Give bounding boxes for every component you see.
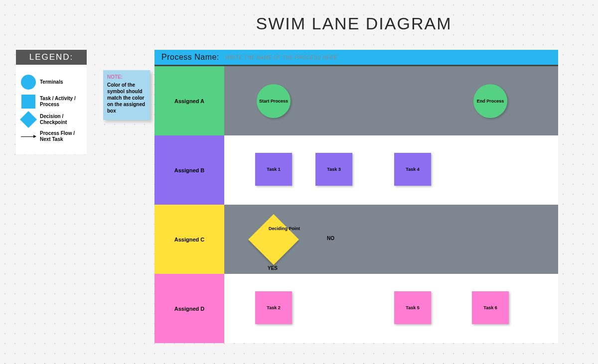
legend-item-flow: Process Flow / Next Task [20,130,83,142]
process-name-placeholder[interactable]: WRITE THE NAME OF THE PROCESS HERE [225,55,337,60]
node-label: Task 4 [406,167,419,172]
node-task6[interactable]: Task 6 [472,291,509,324]
node-label: End Process [477,99,504,104]
node-start[interactable]: Start Process [257,84,291,118]
process-name-label: Process Name: [154,53,225,62]
legend-panel: LEGEND: Terminals Task / Activity / Proc… [16,50,87,154]
note-sticky: NOTE: Color of the symbol should match t… [103,70,150,120]
legend-label: Decision / Checkpoint [37,114,83,125]
legend-header: LEGEND: [16,50,87,65]
node-task3[interactable]: Task 3 [315,153,352,186]
lane-c: Assigned C Deciding Point NO YES [154,205,558,274]
node-label: Start Process [259,99,288,104]
lane-a: Assigned A Start Process End Process [154,66,558,135]
task-icon [21,95,35,109]
node-label: Task 1 [267,167,280,172]
decision-icon [20,111,37,128]
node-end[interactable]: End Process [473,84,507,118]
legend-label: Terminals [37,79,83,85]
process-header: Process Name: WRITE THE NAME OF THE PROC… [154,50,558,65]
legend-item-terminal: Terminals [20,75,83,90]
node-task4[interactable]: Task 4 [394,153,431,186]
node-label: Task 6 [483,305,497,310]
legend-label: Process Flow / Next Task [37,130,83,142]
note-body: Color of the symbol should match the col… [107,82,146,114]
note-head: NOTE: [107,74,146,80]
label-yes: YES [268,265,278,271]
terminal-icon [21,75,36,90]
lane-b: Assigned B Task 1 Task 3 Task 4 [154,135,558,205]
lane-d: Assigned D Task 2 Task 5 Task 6 [154,274,558,343]
legend-body: Terminals Task / Activity / Process Deci… [16,65,87,154]
lane-a-header: Assigned A [154,66,224,135]
node-label: Task 3 [327,167,340,172]
node-task5[interactable]: Task 5 [394,291,431,324]
legend-item-task: Task / Activity / Process [20,95,83,109]
arrow-icon [21,136,36,137]
lane-b-header: Assigned B [154,135,224,205]
node-decision[interactable]: Deciding Point [248,214,299,265]
node-label: Task 5 [406,305,419,310]
label-no: NO [327,236,334,241]
legend-item-decision: Decision / Checkpoint [20,114,83,125]
node-task1[interactable]: Task 1 [255,153,292,186]
legend-label: Task / Activity / Process [37,96,83,108]
node-label: Task 2 [267,305,280,310]
lane-d-header: Assigned D [154,274,224,343]
swimlane-container: Process Name: WRITE THE NAME OF THE PROC… [154,50,558,343]
lane-c-header: Assigned C [154,205,224,274]
node-label: Deciding Point [267,226,302,232]
diagram-title: SWIM LANE DIAGRAM [150,14,558,33]
node-task2[interactable]: Task 2 [255,291,292,324]
